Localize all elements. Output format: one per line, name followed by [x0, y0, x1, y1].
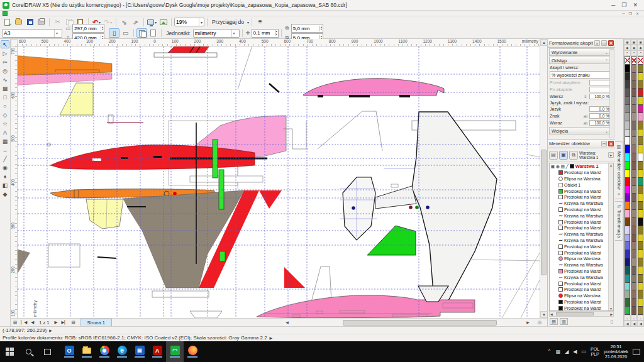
color-swatch[interactable] — [638, 162, 643, 170]
close-icon[interactable]: ✕ — [617, 192, 621, 196]
color-swatch[interactable] — [638, 186, 643, 194]
tree-scroll-right-icon[interactable]: ▶ — [610, 312, 613, 316]
color-swatch[interactable] — [631, 73, 637, 81]
color-swatch[interactable] — [638, 299, 643, 307]
object-tree-item[interactable]: Elipsa na Warstwa — [550, 256, 608, 262]
object-tree-item[interactable]: Krzywa na Warstwa — [550, 238, 608, 244]
color-swatch[interactable] — [625, 266, 630, 275]
object-tree-item[interactable]: Krzywa na Warstwa — [550, 212, 608, 219]
color-swatch[interactable] — [625, 162, 630, 170]
palette-flyout-button[interactable]: ◉ — [637, 39, 644, 45]
color-swatch[interactable] — [631, 65, 637, 73]
color-swatch[interactable] — [631, 275, 637, 283]
color-swatch[interactable] — [631, 290, 637, 299]
toolbox-tool[interactable]: ╱ — [1, 155, 9, 163]
color-swatch[interactable] — [638, 202, 643, 210]
color-swatch[interactable] — [625, 218, 630, 226]
toolbox-tool[interactable]: ▦ — [1, 137, 9, 145]
color-swatch[interactable] — [625, 89, 630, 97]
taskbar-app-button[interactable] — [166, 341, 184, 362]
taskbar-app-button[interactable] — [78, 341, 96, 362]
search-button[interactable] — [19, 341, 38, 362]
before-paragraph-value[interactable] — [589, 80, 611, 85]
duplicate-x-spinner[interactable]: ▴▾ — [319, 26, 323, 31]
collapse-icon[interactable]: ▦ — [551, 164, 555, 168]
vertical-scroll-thumb[interactable] — [541, 150, 547, 275]
nudge-spinner[interactable]: ▴▾ — [275, 30, 278, 36]
para-docker-close-button[interactable]: ✕ — [608, 40, 614, 46]
toolbox-tool[interactable]: ▷ — [1, 49, 9, 57]
add-page-start-button[interactable]: ▤ — [12, 320, 18, 325]
tree-horizontal-scrollbar[interactable]: ◀ ▶ — [549, 311, 614, 317]
page-tab-strona-1[interactable]: Strona 1 — [80, 319, 112, 326]
para-docker-scrollbar[interactable] — [609, 49, 614, 138]
new-master-layer-button[interactable]: ▥ — [560, 318, 568, 325]
color-swatch[interactable] — [638, 290, 643, 299]
color-swatch[interactable] — [631, 202, 637, 210]
color-swatch[interactable] — [625, 178, 630, 186]
palette-scroll-down-icon[interactable]: ⌄ — [624, 315, 631, 321]
color-swatch[interactable] — [631, 113, 637, 121]
color-swatch[interactable] — [625, 97, 630, 105]
object-tree-item[interactable]: Prostokąt na Warst — [550, 268, 608, 275]
new-button[interactable] — [2, 18, 13, 27]
object-tree-item[interactable]: Prostokąt na Warst — [550, 207, 608, 213]
om-flyout-button[interactable]: ▸ — [608, 152, 614, 158]
color-swatch[interactable] — [638, 194, 643, 202]
color-swatch[interactable] — [625, 194, 630, 202]
tray-expand-icon[interactable]: ⌃ — [547, 349, 552, 354]
color-swatch[interactable] — [631, 97, 637, 105]
object-tree-item[interactable]: Krzywa na Warstwa — [550, 231, 608, 238]
first-page-button[interactable]: ▏◀ — [19, 320, 28, 325]
palette-scroll-up-icon[interactable]: ⌃ — [624, 50, 631, 56]
palette-expand-icon[interactable]: ◀ — [637, 321, 644, 326]
tree-scrollbar[interactable]: ▲▼ — [608, 163, 613, 310]
ruler-origin-button[interactable] — [11, 39, 18, 47]
color-swatch[interactable] — [631, 218, 637, 226]
color-swatch[interactable] — [625, 242, 630, 250]
para-docker-minimize-button[interactable]: ▭ — [601, 40, 607, 46]
no-color-swatch[interactable] — [631, 56, 637, 65]
color-swatch[interactable] — [631, 242, 637, 250]
toolbox-tool[interactable]: ♦ — [1, 172, 9, 180]
eyedropper-icon[interactable]: ◆ — [624, 45, 631, 50]
color-swatch[interactable] — [625, 137, 630, 145]
status-flyout-icon[interactable]: ▶ — [49, 328, 52, 332]
word-value[interactable]: 100,0 % — [589, 120, 611, 126]
color-swatch[interactable] — [625, 170, 630, 178]
color-swatch[interactable] — [638, 105, 643, 113]
horizontal-scroll-thumb[interactable] — [343, 320, 497, 326]
volume-icon[interactable]: ◀ — [573, 349, 577, 354]
maximize-button[interactable]: ❐ — [621, 2, 626, 8]
color-swatch[interactable] — [638, 97, 643, 105]
color-swatch[interactable] — [625, 81, 630, 89]
toolbox-tool[interactable]: ◎ — [1, 67, 9, 75]
color-swatch[interactable] — [631, 194, 637, 202]
color-swatch[interactable] — [631, 170, 637, 178]
color-swatch[interactable] — [638, 218, 643, 226]
color-swatch[interactable] — [631, 105, 637, 113]
start-button[interactable] — [0, 341, 19, 362]
om-object-view-button[interactable]: ▣ — [559, 151, 568, 160]
page-width-spinner[interactable]: ▴▾ — [101, 26, 104, 31]
toolbox-tool[interactable]: ◇ — [1, 111, 9, 119]
prev-page-button[interactable]: ◀ — [30, 320, 35, 325]
network-icon[interactable]: ◢ — [565, 349, 569, 354]
toolbox-tool[interactable]: ◉ — [1, 163, 9, 172]
color-swatch[interactable] — [631, 137, 637, 145]
clock[interactable]: 20:51 poniedziałek 21.09.2020 — [604, 344, 628, 359]
color-swatch[interactable] — [638, 275, 643, 283]
nudge-input[interactable] — [252, 30, 275, 36]
current-page-size-button[interactable] — [148, 28, 158, 38]
color-swatch[interactable] — [625, 226, 630, 234]
next-page-button[interactable]: ▶ — [53, 320, 58, 325]
snap-dropdown-icon[interactable]: ▾ — [247, 20, 249, 25]
zoom-level-combo[interactable]: ▾ — [174, 18, 204, 26]
color-swatch[interactable] — [625, 113, 630, 121]
color-swatch[interactable] — [638, 266, 643, 275]
close-button[interactable]: ✕ — [633, 2, 638, 8]
color-swatch[interactable] — [638, 113, 643, 121]
options-button[interactable]: ≡ — [255, 18, 265, 27]
units-input[interactable] — [195, 30, 230, 36]
layer-print-icon[interactable]: ▤ — [561, 164, 565, 169]
